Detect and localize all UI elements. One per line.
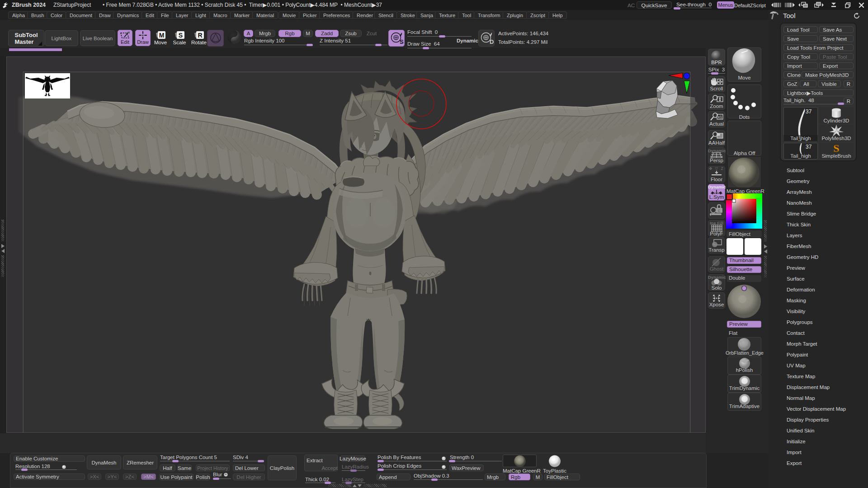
svg-text:M: M (159, 32, 165, 39)
svg-text:S: S (833, 143, 839, 154)
svg-text:R: R (198, 32, 202, 39)
svg-text:D: D (490, 38, 494, 45)
svg-text:S: S (400, 38, 404, 45)
svg-text:x1: x1 (718, 115, 722, 119)
svg-text:C: C (718, 209, 720, 212)
svg-text:S: S (179, 32, 183, 39)
